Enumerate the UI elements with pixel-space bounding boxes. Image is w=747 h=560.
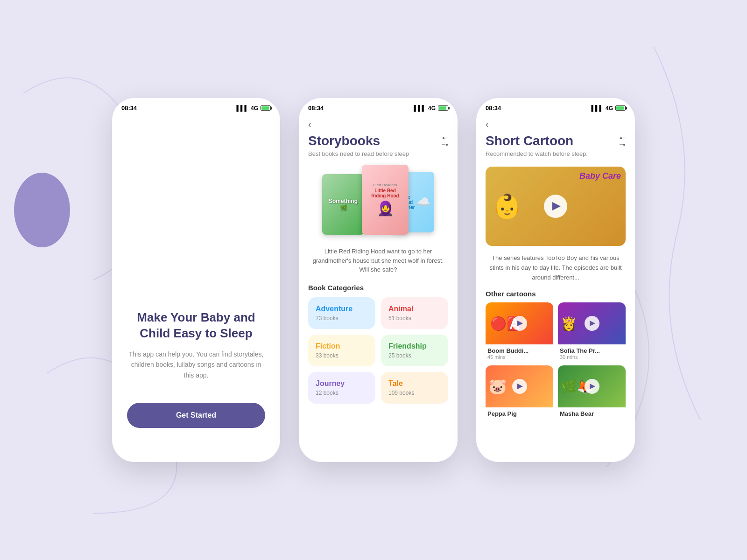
- thumb-duration-boom: 45 mins: [487, 354, 551, 360]
- get-started-button[interactable]: Get Started: [127, 403, 265, 428]
- cartoon-thumb-0[interactable]: 🔴🅰️ Boom Buddi... 45 mins: [486, 302, 553, 361]
- category-animal[interactable]: Animal 51 books: [381, 297, 448, 329]
- categories-title: Book Categories: [308, 284, 448, 292]
- thumb-title-boom: Boom Buddi...: [487, 347, 551, 354]
- phone-cartoon: 08:34 ▌▌▌ 4G ‹ Short Cartoon Recommended…: [476, 98, 635, 462]
- storybooks-subtitle: Best books need to read before sleep: [308, 150, 409, 157]
- status-bar-2: 08:34 ▌▌▌ 4G: [299, 98, 458, 115]
- time-3: 08:34: [486, 105, 501, 112]
- phone-storybooks: 08:34 ▌▌▌ 4G ‹ Storybooks Best books nee…: [299, 98, 458, 462]
- thumb-img-peppa: 🐷: [486, 365, 553, 407]
- status-icons-2: ▌▌▌ 4G: [414, 105, 448, 112]
- cartoon-thumbnails-grid: 🔴🅰️ Boom Buddi... 45 mins 👸: [486, 302, 626, 418]
- thumb-info-sofia: Sofia The Pr... 30 mins: [558, 344, 626, 361]
- battery-2: [438, 105, 448, 111]
- thumb-duration-sofia: 30 mins: [560, 354, 624, 360]
- cartoon-title: Short Cartoon: [486, 133, 588, 148]
- status-icons-1: ▌▌▌ 4G: [236, 105, 271, 112]
- welcome-title: Make Your Baby and Child Easy to Sleep: [127, 310, 265, 342]
- play-btn-sofia[interactable]: [585, 316, 599, 331]
- signal-bars-2: ▌▌▌: [414, 105, 426, 112]
- cat-count-tale: 109 books: [388, 390, 441, 396]
- main-play-button[interactable]: [544, 195, 567, 218]
- thumb-img-sofia: 👸: [558, 302, 626, 344]
- thumb-info-boom: Boom Buddi... 45 mins: [486, 344, 553, 361]
- welcome-screen: Make Your Baby and Child Easy to Sleep T…: [112, 115, 280, 456]
- play-triangle-sm-icon-3: [517, 384, 523, 389]
- storybooks-screen: ‹ Storybooks Best books need to read bef…: [299, 115, 458, 456]
- thumb-info-peppa: Peppa Pig: [486, 407, 553, 418]
- phone-welcome: 08:34 ▌▌▌ 4G Make Your Baby and Child Ea…: [112, 98, 280, 462]
- welcome-body: Make Your Baby and Child Easy to Sleep T…: [112, 115, 280, 456]
- main-video-player[interactable]: 👶 Baby Care: [486, 167, 626, 246]
- cat-count-adventure: 73 books: [316, 315, 368, 322]
- book-cover-something[interactable]: Something🌿: [322, 174, 364, 235]
- network-type-1: 4G: [251, 105, 258, 112]
- cat-name-fiction: Fiction: [316, 342, 368, 350]
- baby-care-label: Baby Care: [579, 171, 621, 181]
- category-adventure[interactable]: Adventure 73 books: [308, 297, 375, 329]
- cartoon-thumb-2[interactable]: 🐷 Peppa Pig: [486, 365, 553, 418]
- play-triangle-sm-icon-4: [590, 384, 595, 389]
- main-video-description: The series features TooToo Boy and his v…: [486, 253, 626, 282]
- signal-bars-1: ▌▌▌: [236, 105, 248, 112]
- status-icons-3: ▌▌▌ 4G: [591, 105, 626, 112]
- cartoon-screen: ‹ Short Cartoon Recommended to watch bef…: [476, 115, 635, 456]
- cat-name-tale: Tale: [388, 379, 441, 388]
- storybooks-header: Storybooks Best books need to read befor…: [308, 133, 448, 165]
- cat-count-journey: 12 books: [316, 390, 368, 396]
- cat-count-fiction: 33 books: [316, 352, 368, 359]
- battery-3: [615, 105, 626, 111]
- thumb-img-masha: 🌿🦊: [558, 365, 626, 407]
- cat-count-animal: 51 books: [388, 315, 441, 322]
- cat-name-animal: Animal: [388, 305, 441, 313]
- play-triangle-sm-icon-2: [590, 321, 595, 326]
- category-fiction[interactable]: Fiction 33 books: [308, 335, 375, 366]
- book-cover-lrrh[interactable]: First Readers Little RedRiding Hood 🧕: [362, 165, 409, 235]
- filter-icon[interactable]: ●─ ─●: [442, 133, 448, 147]
- play-triangle-icon: [552, 202, 561, 210]
- categories-grid: Adventure 73 books Animal 51 books Ficti…: [308, 297, 448, 404]
- cartoon-filter-icon[interactable]: ●─ ─●: [620, 133, 626, 147]
- network-type-3: 4G: [606, 105, 613, 112]
- thumb-title-peppa: Peppa Pig: [487, 410, 551, 417]
- back-button-3[interactable]: ‹: [486, 115, 489, 133]
- play-triangle-sm-icon: [517, 321, 523, 326]
- other-cartoons-title: Other cartoons: [486, 290, 626, 298]
- play-btn-boom[interactable]: [512, 316, 527, 331]
- category-tale[interactable]: Tale 109 books: [381, 372, 448, 404]
- status-bar-1: 08:34 ▌▌▌ 4G: [112, 98, 280, 115]
- cartoon-header: Short Cartoon Recommended to watch befor…: [486, 133, 626, 165]
- status-bar-3: 08:34 ▌▌▌ 4G: [476, 98, 635, 115]
- battery-1: [261, 105, 271, 111]
- svg-point-0: [14, 173, 70, 247]
- category-journey[interactable]: Journey 12 books: [308, 372, 375, 404]
- thumb-img-boom: 🔴🅰️: [486, 302, 553, 344]
- cat-name-adventure: Adventure: [316, 305, 368, 313]
- thumb-info-masha: Masha Bear: [558, 407, 626, 418]
- network-type-2: 4G: [428, 105, 436, 112]
- cartoon-subtitle: Recommended to watch before sleep.: [486, 150, 588, 157]
- play-btn-masha[interactable]: [585, 379, 599, 394]
- welcome-description: This app can help you. You can find stor…: [127, 349, 265, 380]
- cartoon-thumb-1[interactable]: 👸 Sofia The Pr... 30 mins: [558, 302, 626, 361]
- signal-bars-3: ▌▌▌: [591, 105, 603, 112]
- time-2: 08:34: [308, 105, 324, 112]
- book-description: Little Red Riding Hood want to go to her…: [308, 247, 448, 274]
- cat-name-journey: Journey: [316, 379, 368, 388]
- cat-name-friendship: Friendship: [388, 342, 441, 350]
- storybooks-title: Storybooks: [308, 133, 409, 148]
- cat-count-friendship: 25 books: [388, 352, 441, 359]
- thumb-title-masha: Masha Bear: [560, 410, 624, 417]
- time-1: 08:34: [121, 105, 137, 112]
- baby-face-emoji: 👶: [493, 193, 521, 220]
- category-friendship[interactable]: Friendship 25 books: [381, 335, 448, 366]
- thumb-title-sofia: Sofia The Pr...: [560, 347, 624, 354]
- back-button-2[interactable]: ‹: [308, 115, 311, 133]
- book-covers-container: Something🌿 First Readers Little RedRidin…: [308, 165, 448, 239]
- play-btn-peppa[interactable]: [512, 379, 527, 394]
- cartoon-thumb-3[interactable]: 🌿🦊 Masha Bear: [558, 365, 626, 418]
